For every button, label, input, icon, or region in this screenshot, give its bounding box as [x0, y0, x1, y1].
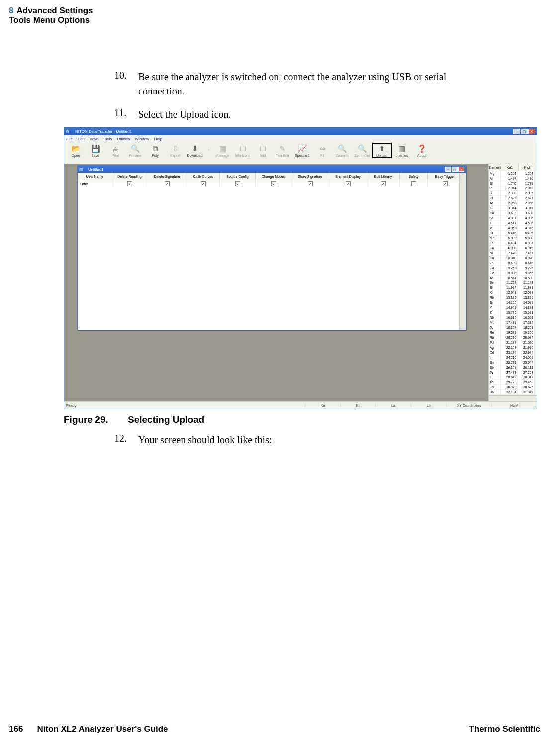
element-row: In24.21024.002	[489, 355, 537, 360]
ka2-value: 11.181	[518, 281, 535, 285]
element-symbol: Rb	[489, 295, 501, 300]
column-header[interactable]: Calib Curves	[187, 173, 220, 180]
step-text: Select the Upload icon.	[138, 107, 486, 122]
minimize-button[interactable]: –	[513, 129, 520, 134]
child-icon: ▥	[79, 167, 83, 172]
column-header[interactable]: Change Modes	[256, 173, 291, 180]
column-header[interactable]: Easy Trigger	[428, 173, 463, 180]
column-header[interactable]: Store Signature	[291, 173, 329, 180]
close-button[interactable]: ✕	[528, 129, 535, 134]
menu-edit[interactable]: Edit	[78, 137, 85, 141]
checkbox[interactable]: ✓	[201, 181, 206, 186]
ka1-value: 2.622	[501, 196, 518, 201]
info-icon-button: ☐Info Icons	[233, 143, 252, 158]
step-text: Your screen should look like this:	[138, 433, 486, 447]
ka1-value: 2.958	[501, 201, 518, 206]
column-header[interactable]: Safety	[400, 173, 428, 180]
ka2-value: 3.688	[518, 211, 535, 216]
element-side-panel: Element Ka1 Ka2 Mg1.2541.254Al1.4871.486…	[488, 164, 537, 402]
properties-button[interactable]: ▥operties	[392, 143, 411, 158]
column-header[interactable]: Edit Library	[367, 173, 400, 180]
menu-window[interactable]: Window	[135, 137, 149, 141]
page-footer: 166 Niton XL2 Analyzer User's Guide Ther…	[9, 724, 540, 734]
element-row: Ba32.19431.817	[489, 390, 537, 395]
menu-help[interactable]: Help	[154, 137, 162, 141]
element-row: Rh20.21620.074	[489, 335, 537, 340]
status-cell: NUM	[491, 404, 537, 407]
element-symbol: Ru	[489, 330, 501, 335]
ka1-value: 15.775	[501, 310, 518, 315]
ka1-value: 4.952	[501, 226, 518, 231]
app-window: ⟰ NITON Data Transfer - Untitled1 – ▢ ✕ …	[64, 127, 537, 409]
cell: ✓	[187, 180, 220, 187]
element-row: Zr15.77515.691	[489, 310, 537, 315]
checkbox[interactable]: ✓	[235, 181, 240, 186]
element-symbol: Y	[489, 305, 501, 310]
cell: ✓	[367, 180, 400, 187]
menu-tools[interactable]: Tools	[103, 137, 112, 141]
ka2-value: 6.915	[518, 246, 535, 251]
menu-utilities[interactable]: Utilities	[117, 137, 130, 141]
ka1-value: 26.359	[501, 365, 518, 370]
poly-button[interactable]: ⧉Poly	[146, 143, 165, 158]
vertical-scrollbar[interactable]	[459, 173, 466, 330]
ka2-value: 5.888	[518, 236, 535, 241]
column-header[interactable]: Delete Signature	[147, 173, 187, 180]
checkbox[interactable]: ✓	[381, 181, 386, 186]
checkbox[interactable]: ✓	[346, 181, 351, 186]
menu-file[interactable]: File	[66, 137, 73, 141]
ka2-value: 6.391	[518, 241, 535, 246]
about-button[interactable]: ❓About	[412, 143, 431, 158]
checkbox[interactable]	[411, 181, 416, 186]
checkbox[interactable]: ✓	[165, 181, 170, 186]
ka1-value: 22.163	[501, 345, 518, 350]
title-bar: ⟰ NITON Data Transfer - Untitled1 – ▢ ✕	[64, 128, 537, 135]
child-close-button[interactable]: ✕	[458, 167, 464, 172]
column-header[interactable]: Source Config	[220, 173, 256, 180]
element-symbol: I	[489, 375, 501, 380]
ka2-value: 15.691	[518, 310, 535, 315]
ka2-value: 21.990	[518, 345, 535, 350]
checkbox[interactable]: ✓	[443, 181, 448, 186]
ka2-value: 3.311	[518, 206, 535, 211]
upload-button[interactable]: ⬆Upload	[373, 143, 391, 158]
ka1-value: 2.014	[501, 186, 518, 191]
figure-screenshot: ⟰ NITON Data Transfer - Untitled1 – ▢ ✕ …	[64, 127, 536, 409]
toolbar: 📂Open💾Save🖨Print🔍Preview⧉Poly⇩Export⬇Dow…	[64, 142, 537, 165]
element-row: Cs30.97330.625	[489, 385, 537, 390]
element-symbol: Sr	[489, 300, 501, 305]
element-symbol: Al	[489, 176, 501, 181]
open-button[interactable]: 📂Open	[66, 143, 85, 158]
child-maximize-button[interactable]: ▢	[452, 167, 458, 172]
spectra-button[interactable]: 📈Spectra 1	[293, 143, 312, 158]
menu-view[interactable]: View	[90, 137, 98, 141]
download-button[interactable]: ⬇Download	[186, 143, 204, 158]
ka1-value: 20.216	[501, 335, 518, 340]
checkbox[interactable]: ✓	[127, 181, 132, 186]
ka1-value: 10.544	[501, 276, 518, 281]
checkbox[interactable]: ✓	[271, 181, 276, 186]
status-cell: Ka	[305, 404, 340, 407]
properties-icon: ▥	[396, 144, 407, 154]
ka2-value: 31.817	[518, 390, 535, 395]
element-row: Nb16.61516.521	[489, 315, 537, 320]
element-row: Fe6.4046.391	[489, 241, 537, 246]
checkbox[interactable]: ✓	[308, 181, 313, 186]
text-edit-icon: ✎	[277, 144, 288, 154]
preview-button: 🔍Preview	[126, 143, 145, 158]
column-header[interactable]: Delete Reading	[112, 173, 147, 180]
column-header[interactable]: User Name	[78, 173, 112, 180]
ka1-value: 9.886	[501, 271, 518, 276]
column-header[interactable]: Element Display	[329, 173, 367, 180]
guide-title: Niton XL2 Analyzer User's Guide	[37, 724, 469, 734]
maximize-button[interactable]: ▢	[521, 129, 528, 134]
element-row: Ni7.4787.461	[489, 251, 537, 256]
child-minimize-button[interactable]: –	[445, 167, 451, 172]
fit-button: ⇔Fit	[313, 143, 332, 158]
element-row: I28.61228.317	[489, 375, 537, 380]
ka2-value: 4.505	[518, 221, 535, 226]
ka2-value: 1.739	[518, 181, 535, 186]
ka1-value: 4.511	[501, 221, 518, 226]
save-button[interactable]: 💾Save	[86, 143, 105, 158]
ka2-value: 17.374	[518, 320, 535, 325]
